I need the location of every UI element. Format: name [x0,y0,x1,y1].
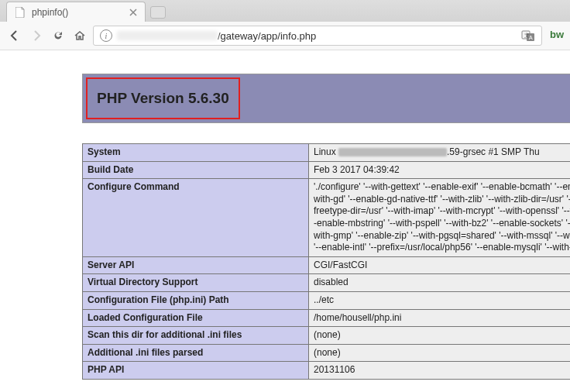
svg-text:A: A [529,35,533,40]
info-key: Configuration File (php.ini) Path [83,291,309,309]
url-host-blurred: xxxxxxxxx [117,31,218,40]
table-row: Loaded Configuration File/home/housell/p… [83,309,571,327]
info-key: PHP API [83,362,309,380]
close-icon[interactable] [129,9,137,16]
info-key: Virtual Directory Support [83,274,309,292]
info-value: (none) [309,344,571,362]
translate-icon[interactable]: 文A [521,29,535,43]
info-value: CGI/FastCGI [309,256,571,274]
php-header: PHP Version 5.6.30 [82,74,570,123]
info-value: (none) [309,327,571,345]
forward-button[interactable] [28,27,45,44]
page-content: PHP Version 5.6.30 SystemLinux .59-grsec… [0,50,570,380]
home-button[interactable] [71,27,88,44]
info-key: Scan this dir for additional .ini files [83,327,309,345]
table-row: Build DateFeb 3 2017 04:39:42 [83,161,571,179]
table-row: Configure Command'./configure' '--with-g… [83,179,571,257]
php-version-title: PHP Version 5.6.30 [97,90,229,107]
tab-title: phpinfo() [32,7,123,18]
phpinfo-table: SystemLinux .59-grsec #1 SMP ThuBuild Da… [82,143,570,380]
address-bar[interactable]: i xxxxxxxxx/gateway/app/info.php 文A [93,26,542,46]
info-key: System [83,144,309,162]
info-value: /home/housell/php.ini [309,309,571,327]
browser-tab[interactable]: phpinfo() [6,2,146,22]
info-value: disabled [309,274,571,292]
table-row: Virtual Directory Supportdisabled [83,274,571,292]
page-icon [15,7,26,18]
info-value: Linux .59-grsec #1 SMP Thu [309,144,571,162]
browser-toolbar: i xxxxxxxxx/gateway/app/info.php 文A bw [0,22,570,50]
table-row: Additional .ini files parsed(none) [83,344,571,362]
info-value: './configure' '--with-gettext' '--enable… [309,179,571,257]
reload-button[interactable] [50,27,67,44]
tab-bar: phpinfo() [0,0,570,22]
table-row: Server APICGI/FastCGI [83,256,571,274]
info-key: Server API [83,256,309,274]
info-key: Additional .ini files parsed [83,344,309,362]
table-row: SystemLinux .59-grsec #1 SMP Thu [83,144,571,162]
info-value: 20131106 [309,362,571,380]
redacted-text [338,148,447,156]
info-key: Loaded Configuration File [83,309,309,327]
new-tab-button[interactable] [150,6,166,19]
site-info-icon[interactable]: i [100,29,112,42]
table-row: Configuration File (php.ini) Path../etc [83,291,571,309]
table-row: Scan this dir for additional .ini files(… [83,327,571,345]
url-path: /gateway/app/info.php [218,30,316,42]
browser-chrome: phpinfo() i xxxxxxxxx/gateway/app/info.p… [0,0,570,50]
info-key: Build Date [83,161,309,179]
back-button[interactable] [6,27,23,44]
extension-icon[interactable]: bw [550,29,564,43]
table-row: PHP API20131106 [83,362,571,380]
php-version-highlight: PHP Version 5.6.30 [86,77,240,119]
info-value: Feb 3 2017 04:39:42 [309,161,571,179]
url-text: xxxxxxxxx/gateway/app/info.php [117,30,316,42]
info-value: ../etc [309,291,571,309]
info-key: Configure Command [83,179,309,257]
